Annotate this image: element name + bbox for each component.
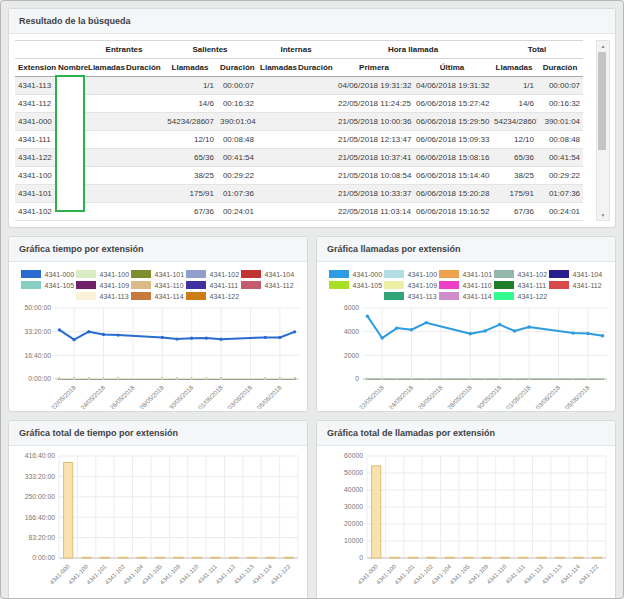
bar-4341-109: [174, 557, 183, 558]
table-cell: 00:16:32: [537, 95, 583, 113]
legend-item-4341-111[interactable]: 4341-111: [186, 281, 241, 289]
bar-4341-000: [372, 466, 381, 558]
column-header-cell[interactable]: Duración: [537, 59, 583, 77]
table-cell: 38/25: [163, 167, 217, 185]
table-scrollbar[interactable]: ▲ ▼: [596, 40, 610, 221]
legend-item-4341-111[interactable]: 4341-111: [494, 281, 549, 289]
dashboard-page: { "results_panel": { "title": "Resultado…: [0, 0, 624, 599]
legend-swatch: [384, 292, 404, 300]
column-header-cell[interactable]: Extension: [15, 59, 55, 77]
table-row[interactable]: 4341-12265/3600:41:5421/05/2018 10:37:41…: [15, 149, 583, 167]
chart-plot: 01000020000300004000050000600004341-0004…: [344, 452, 606, 585]
svg-text:22/05/2018: 22/05/2018: [358, 383, 386, 409]
table-cell: [295, 113, 335, 131]
svg-text:2000: 2000: [344, 352, 359, 359]
column-header-cell[interactable]: Última: [413, 59, 491, 77]
legend-label: 4341-114: [155, 293, 184, 300]
svg-text:22/05/2018: 22/05/2018: [50, 383, 78, 409]
legend-item-4341-100[interactable]: 4341-100: [76, 270, 131, 278]
legend-item-4341-100[interactable]: 4341-100: [384, 270, 439, 278]
legend-item-4341-000[interactable]: 4341-000: [329, 270, 384, 278]
column-header-cell[interactable]: Duración: [295, 59, 335, 77]
legend-item-4341-110[interactable]: 4341-110: [131, 281, 186, 289]
legend-item-4341-114[interactable]: 4341-114: [131, 292, 186, 300]
legend-item-4341-101[interactable]: 4341-101: [439, 270, 494, 278]
bar-4341-111: [519, 557, 528, 558]
chart-title: Gráfica tiempo por extensión: [9, 237, 307, 262]
table-cell: [85, 131, 123, 149]
table-cell: 4341-122: [15, 149, 55, 167]
svg-text:24/05/2018: 24/05/2018: [79, 383, 107, 409]
chart-plot: 22/05/201824/05/201826/05/201828/05/2018…: [25, 304, 299, 409]
bar-4341-100: [82, 557, 91, 558]
chart-title: Gráfica total de llamadas por extensión: [317, 421, 615, 446]
column-header-cell[interactable]: Llamadas: [257, 59, 295, 77]
table-row[interactable]: 4341-00054234/28607390:01:0421/05/2018 1…: [15, 113, 583, 131]
table-row[interactable]: 4341-101175/9101:07:3621/05/2018 10:33:3…: [15, 185, 583, 203]
legend-item-4341-112[interactable]: 4341-112: [241, 281, 296, 289]
legend-item-4341-113[interactable]: 4341-113: [76, 292, 131, 300]
scroll-down-icon[interactable]: ▼: [597, 210, 609, 220]
column-header-cell[interactable]: Duración: [217, 59, 257, 77]
table-row[interactable]: 4341-11112/1000:08:4821/05/2018 12:13:47…: [15, 131, 583, 149]
bar-chart-total-llamadas: 01000020000300004000050000600004341-0004…: [321, 450, 613, 599]
table-column-header-row: ExtensionNombreLlamadasDuraciónLlamadasD…: [15, 59, 583, 77]
chart-panel-tiempo-extension: Gráfica tiempo por extensión 4341-000434…: [8, 236, 308, 412]
table-row[interactable]: 4341-10038/2500:29:2221/05/2018 10:08:54…: [15, 167, 583, 185]
column-header-cell[interactable]: Duración: [123, 59, 163, 77]
legend-item-4341-114[interactable]: 4341-114: [439, 292, 494, 300]
legend-item-4341-105[interactable]: 4341-105: [329, 281, 384, 289]
legend-item-4341-102[interactable]: 4341-102: [494, 270, 549, 278]
legend-item-4341-104[interactable]: 4341-104: [549, 270, 604, 278]
table-cell: 21/05/2018 12:13:47: [335, 131, 413, 149]
legend-swatch: [21, 270, 41, 278]
table-cell: 14/6: [163, 95, 217, 113]
legend-swatch: [494, 281, 514, 289]
legend-item-4341-109[interactable]: 4341-109: [76, 281, 131, 289]
legend-item-4341-105[interactable]: 4341-105: [21, 281, 76, 289]
svg-text:05/06/2018: 05/06/2018: [563, 383, 591, 409]
table-cell: 4341-112: [15, 95, 55, 113]
legend-item-4341-113[interactable]: 4341-113: [384, 292, 439, 300]
legend-item-4341-101[interactable]: 4341-101: [131, 270, 186, 278]
legend-item-4341-122[interactable]: 4341-122: [186, 292, 241, 300]
column-header-cell[interactable]: Primera: [335, 59, 413, 77]
bar-4341-113: [247, 557, 256, 558]
legend-item-4341-109[interactable]: 4341-109: [384, 281, 439, 289]
legend-item-4341-122[interactable]: 4341-122: [494, 292, 549, 300]
legend-swatch: [329, 270, 349, 278]
results-panel: Resultado de la búsqueda EntrantesSalien…: [8, 8, 616, 228]
table-cell: 175/91: [163, 185, 217, 203]
svg-text:166:40:00: 166:40:00: [25, 514, 55, 521]
scrollbar-thumb[interactable]: [598, 52, 606, 150]
column-header-cell[interactable]: Llamadas: [85, 59, 123, 77]
table-cell: [257, 131, 295, 149]
column-header-cell[interactable]: Nombre: [55, 59, 85, 77]
table-group-header-row: EntrantesSalientesInternasHora llamadaTo…: [15, 41, 583, 59]
column-header-cell[interactable]: Llamadas: [163, 59, 217, 77]
chart-legend: 4341-0004341-1004341-1014341-1024341-104…: [321, 270, 611, 303]
legend-item-4341-104[interactable]: 4341-104: [241, 270, 296, 278]
legend-item-4341-000[interactable]: 4341-000: [21, 270, 76, 278]
legend-item-4341-110[interactable]: 4341-110: [439, 281, 494, 289]
svg-text:6000: 6000: [344, 304, 359, 311]
table-cell: [123, 167, 163, 185]
legend-item-4341-102[interactable]: 4341-102: [186, 270, 241, 278]
table-row[interactable]: 4341-10267/3600:24:0122/05/2018 11:03:14…: [15, 203, 583, 221]
table-cell: 4341-101: [15, 185, 55, 203]
scroll-up-icon[interactable]: ▲: [597, 41, 609, 51]
table-row[interactable]: 4341-11214/600:16:3222/05/2018 11:24:250…: [15, 95, 583, 113]
legend-label: 4341-113: [100, 293, 129, 300]
table-cell: 67/36: [491, 203, 537, 221]
legend-item-4341-112[interactable]: 4341-112: [549, 281, 604, 289]
table-cell: 04/06/2018 19:31:32: [413, 77, 491, 95]
table-cell: 390:01:04: [217, 113, 257, 131]
table-row[interactable]: 4341-1131/100:00:0704/06/2018 19:31:3204…: [15, 77, 583, 95]
column-header-cell[interactable]: Llamadas: [491, 59, 537, 77]
legend-swatch: [549, 270, 569, 278]
table-cell: [295, 167, 335, 185]
svg-text:4341-122: 4341-122: [269, 563, 292, 586]
table-cell: 21/05/2018 10:00:36: [335, 113, 413, 131]
svg-text:28/05/2018: 28/05/2018: [446, 383, 474, 409]
svg-text:24/05/2018: 24/05/2018: [387, 383, 415, 409]
